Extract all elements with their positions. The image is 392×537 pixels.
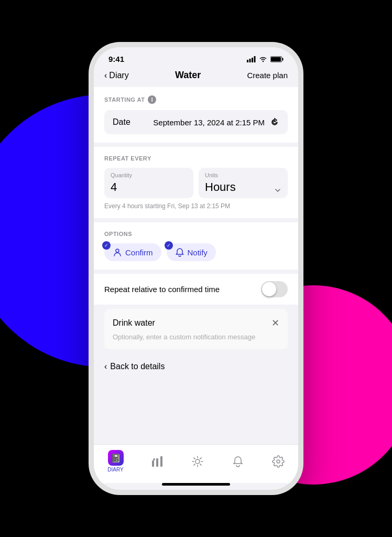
repeat-row: Quantity 4 Units Hours [104,168,288,198]
diary-active-icon: 📓 [108,450,124,466]
svg-point-4 [263,60,264,61]
options-buttons: ✓ Confirm ✓ Notify [104,243,288,261]
svg-rect-7 [271,57,281,61]
repeat-toggle[interactable] [261,281,288,297]
back-label: Diary [109,71,128,80]
svg-line-19 [200,464,201,465]
status-icons [247,56,284,62]
svg-line-21 [194,464,195,465]
notify-button[interactable]: ✓ Notify [167,243,216,261]
page-title: Water [175,70,201,81]
units-value: Hours [205,180,274,194]
sun-icon [191,455,204,468]
toggle-knob [262,282,276,296]
svg-point-22 [277,460,280,463]
battery-icon [270,56,284,62]
status-time: 9:41 [108,55,124,63]
chevron-down-icon [274,187,281,194]
notification-placeholder[interactable]: Optionally, enter a custom notification … [113,333,279,341]
notification-close-button[interactable]: ✕ [271,317,279,329]
svg-rect-11 [160,456,162,467]
notify-label: Notify [188,248,208,257]
starting-at-section: STARTING AT i Date September 13, 2024 at… [94,87,298,143]
tab-diary-label: DIARY [107,467,123,472]
tab-notifications[interactable] [232,455,244,468]
units-label: Units [205,172,274,178]
date-label: Date [113,117,130,127]
info-icon[interactable]: i [148,95,156,104]
svg-point-8 [116,249,119,252]
tab-bar: 📓 DIARY [94,444,298,483]
repeat-every-label: REPEAT EVERY [104,155,288,162]
svg-rect-9 [152,460,154,467]
svg-line-20 [200,457,201,458]
confirm-label: Confirm [125,248,153,257]
svg-point-12 [153,458,155,460]
repeat-hint: Every 4 hours starting Fri, Sep 13 at 2:… [104,202,288,210]
starting-at-label: STARTING AT i [104,95,288,104]
svg-point-13 [195,459,200,464]
svg-rect-3 [254,56,256,62]
status-bar: 9:41 [94,47,298,68]
options-label: OPTIONS [104,231,288,237]
nav-bar: ‹ Diary Water Create plan [94,68,298,87]
notification-header: Drink water ✕ [113,317,279,329]
diary-icon: 📓 [111,453,121,463]
svg-rect-2 [252,58,253,62]
svg-rect-1 [249,59,251,62]
wifi-icon [259,56,267,62]
signal-icon [247,56,256,62]
notification-title: Drink water [113,318,155,328]
repeat-toggle-row: Repeat relative to confirmed time [94,274,298,305]
bell-tab-icon [232,455,244,468]
tab-settings[interactable] [272,455,285,468]
person-icon [113,248,122,257]
quantity-value: 4 [111,180,187,194]
chevron-left-icon: ‹ [104,71,107,80]
svg-line-18 [194,457,195,458]
units-field[interactable]: Units Hours [199,168,288,198]
content-area: STARTING AT i Date September 13, 2024 at… [94,87,298,444]
date-row[interactable]: Date September 13, 2024 at 2:15 PM [104,110,288,134]
create-plan-button[interactable]: Create plan [247,71,288,80]
svg-rect-6 [282,58,284,60]
phone-frame: 9:41 ‹ Diary [94,47,298,490]
repeat-every-section: REPEAT EVERY Quantity 4 Units Hours [94,147,298,218]
back-to-details-link[interactable]: ‹ Back to details [94,353,298,380]
toggle-label: Repeat relative to confirmed time [104,285,220,294]
notify-check-icon: ✓ [165,241,173,250]
back-to-details-label: Back to details [110,362,165,371]
confirm-check-icon: ✓ [102,241,111,250]
date-value-text: September 13, 2024 at 2:15 PM [153,118,265,127]
back-button[interactable]: ‹ Diary [104,71,129,80]
confirm-button[interactable]: ✓ Confirm [104,243,161,261]
svg-rect-10 [156,458,158,467]
stats-icon [151,455,164,468]
options-section: OPTIONS ✓ Confirm ✓ Not [94,222,298,270]
notification-box: Drink water ✕ Optionally, enter a custom… [104,309,288,349]
svg-rect-0 [247,60,248,62]
home-indicator [162,483,230,486]
date-value-group: September 13, 2024 at 2:15 PM [153,117,279,127]
quantity-field[interactable]: Quantity 4 [104,168,193,198]
quantity-label: Quantity [111,172,187,178]
tab-diary[interactable]: 📓 DIARY [107,450,123,472]
tab-stats[interactable] [151,455,164,468]
bell-icon [175,248,184,257]
tab-sun[interactable] [191,455,204,468]
gear-icon [272,455,285,468]
refresh-icon[interactable] [270,117,279,127]
chevron-left-small-icon: ‹ [104,362,107,371]
